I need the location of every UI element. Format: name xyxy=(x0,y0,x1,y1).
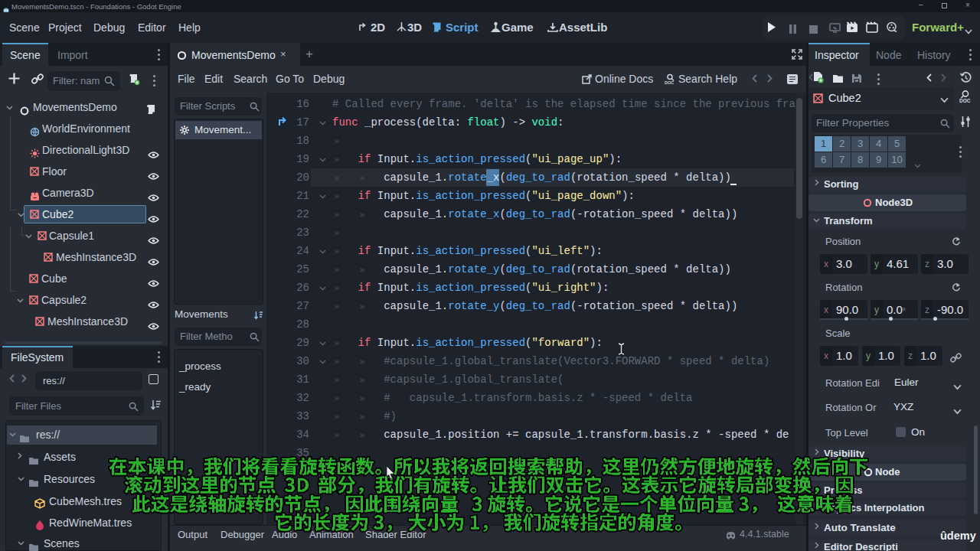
svg-text:DOC: DOC xyxy=(959,98,971,103)
svg-text:DOC: DOC xyxy=(665,80,674,85)
